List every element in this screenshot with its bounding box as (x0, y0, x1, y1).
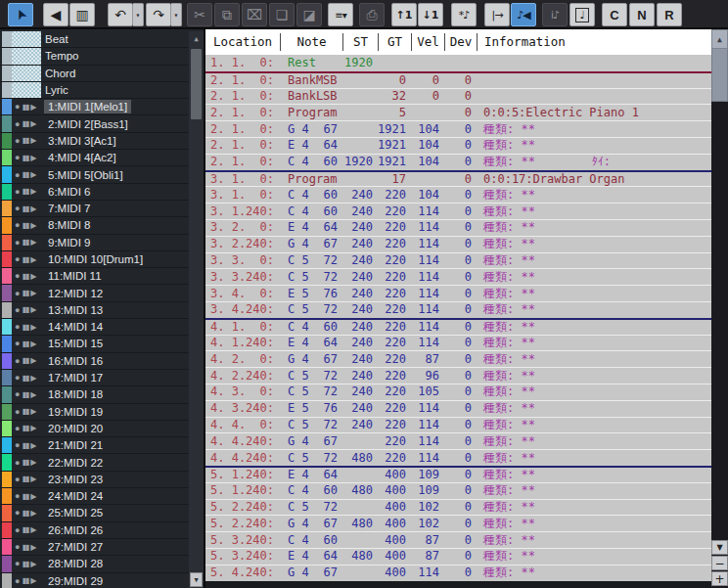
event-scroll-down-icon[interactable]: ▼ (711, 540, 728, 555)
track-row[interactable]: ●▮▮▶9:MIDI 9 (0, 235, 189, 251)
track-row[interactable]: ●▮▮▶12:MIDI 12 (0, 285, 189, 301)
play-icon[interactable]: ▶ (30, 407, 36, 416)
record-icon[interactable]: ● (15, 254, 20, 264)
filter-button[interactable]: ≡▾ (328, 3, 353, 26)
event-row[interactable]: 5. 3.240:C 460400870種類: ** (205, 531, 711, 548)
piano-select-tool-button[interactable]: ▥ (69, 3, 95, 26)
play-icon[interactable]: ▶ (30, 339, 36, 348)
play-icon[interactable]: ▶ (30, 458, 36, 467)
event-row[interactable]: 5. 1.240:C 4604804001090種類: ** (205, 482, 711, 499)
mute-icon[interactable]: ▮▮ (22, 323, 28, 332)
track-row[interactable]: ●▮▮▶19:MIDI 19 (0, 404, 189, 421)
track-state-icons[interactable]: ●▮▮▶ (12, 356, 44, 366)
event-row[interactable]: 2. 1. 0:E 46419211040種類: ** (205, 137, 711, 154)
track-row[interactable]: ●▮▮▶14:MIDI 14 (0, 319, 189, 336)
mute-icon[interactable]: ▮▮ (22, 407, 28, 416)
redo-dropdown-button[interactable]: ▾ (171, 3, 182, 26)
event-row[interactable]: 5. 3.240:E 464480400870種類: ** (205, 548, 711, 565)
track-state-icons[interactable]: ●▮▮▶ (12, 576, 44, 586)
play-icon[interactable]: ▶ (30, 187, 36, 196)
r-mode-button[interactable]: R (657, 3, 682, 26)
event-row[interactable]: 3. 2. 0:E 4642402201140種類: ** (205, 219, 711, 236)
mute-icon[interactable]: ▮▮ (22, 492, 28, 501)
play-icon[interactable]: ▶ (30, 525, 36, 534)
mute-icon[interactable]: ▮▮ (22, 119, 28, 128)
track-row[interactable]: ●▮▮▶16:MIDI 16 (0, 353, 189, 370)
audition-select-tool-button[interactable]: ◀ (43, 3, 68, 26)
track-row[interactable]: ●▮▮▶22:MIDI 22 (0, 454, 189, 471)
c-mode-button[interactable]: C (602, 3, 627, 26)
event-row[interactable]: 3. 1. 0:C 4602402201040種類: ** (205, 186, 711, 203)
play-icon[interactable]: ▶ (30, 103, 36, 112)
merge-button[interactable]: ❏ (269, 3, 295, 26)
mute-icon[interactable]: ▮▮ (22, 509, 28, 518)
octave-down-button[interactable]: ↓1 (418, 3, 443, 26)
mute-icon[interactable]: ▮▮ (22, 305, 28, 314)
event-row[interactable]: 3. 1.240:C 4602402201140種類: ** (205, 203, 711, 219)
play-icon[interactable]: ▶ (30, 356, 36, 365)
track-row[interactable]: ●▮▮▶5:MIDI 5[Obli1] (0, 166, 189, 183)
track-row[interactable]: ●▮▮▶11:MIDI 11 (0, 268, 189, 285)
event-row[interactable]: 4. 1.240:E 4642402201140種類: ** (205, 335, 711, 351)
note-box-button[interactable]: ♩ (569, 3, 595, 26)
play-icon[interactable]: ▶ (30, 492, 36, 501)
play-icon[interactable]: ▶ (30, 560, 36, 568)
track-state-icons[interactable]: ●▮▮▶ (12, 102, 44, 112)
track-state-icons[interactable]: ●▮▮▶ (12, 389, 44, 399)
special-track-row-lyric[interactable]: Lyric (0, 82, 189, 99)
event-row[interactable]: 4. 1. 0:C 4602402201140種類: ** (205, 318, 711, 335)
cut-button[interactable]: ✂ (187, 3, 212, 26)
event-row[interactable]: 3. 1. 0:Program1700:0:17:Drawbar Organ (205, 170, 711, 187)
track-row[interactable]: ●▮▮▶7:MIDI 7 (0, 201, 189, 217)
record-icon[interactable]: ● (15, 559, 20, 568)
track-row[interactable]: ●▮▮▶15:MIDI 15 (0, 336, 189, 352)
track-row[interactable]: ●▮▮▶25:MIDI 25 (0, 505, 189, 521)
play-icon[interactable]: ▶ (30, 576, 36, 585)
copy-button[interactable]: ⧉ (214, 3, 240, 26)
track-state-icons[interactable]: ●▮▮▶ (12, 491, 44, 501)
record-icon[interactable]: ● (15, 576, 20, 586)
track-state-icons[interactable]: ●▮▮▶ (12, 289, 44, 298)
zoom-out-button[interactable]: − (711, 556, 728, 570)
record-icon[interactable]: ● (15, 170, 20, 180)
play-icon[interactable]: ▶ (30, 475, 36, 483)
mute-icon[interactable]: ▮▮ (22, 187, 28, 196)
mute-icon[interactable]: ▮▮ (22, 289, 28, 297)
track-state-icons[interactable]: ●▮▮▶ (12, 542, 44, 552)
play-icon[interactable]: ▶ (30, 390, 36, 399)
event-row[interactable]: 5. 1.240:E 4644001090種類: ** (205, 466, 711, 482)
track-row[interactable]: ●▮▮▶10:MIDI 10[Drum1] (0, 251, 189, 268)
mute-icon[interactable]: ▮▮ (22, 255, 28, 264)
mute-icon[interactable]: ▮▮ (22, 103, 28, 112)
event-row[interactable]: 5. 2.240:G 4674804001020種類: ** (205, 515, 711, 531)
octave-up-button[interactable]: ↑1 (391, 3, 417, 26)
event-row[interactable]: 4. 3.240:E 5762402201140種類: ** (205, 400, 711, 417)
record-icon[interactable]: ● (15, 204, 20, 213)
track-scroll-down-icon[interactable]: ▼ (190, 572, 203, 587)
mute-icon[interactable]: ▮▮ (22, 458, 28, 467)
note-audition-button[interactable]: ♪◀ (511, 3, 536, 26)
track-row[interactable]: ●▮▮▶23:MIDI 23 (0, 472, 189, 488)
record-icon[interactable]: ● (15, 508, 20, 518)
event-scroll-thumb[interactable] (711, 49, 728, 102)
mute-icon[interactable]: ▮▮ (22, 272, 28, 281)
record-icon[interactable]: ● (15, 424, 20, 433)
undo-button[interactable]: ↶ (108, 3, 133, 26)
track-state-icons[interactable]: ●▮▮▶ (12, 407, 44, 417)
event-row[interactable]: 4. 3. 0:C 5722402201050種類: ** (205, 384, 711, 400)
record-icon[interactable]: ● (15, 322, 20, 332)
event-row[interactable]: 4. 4.240:C 5724802201140種類: ** (205, 449, 711, 466)
track-state-icons[interactable]: ●▮▮▶ (12, 475, 44, 484)
play-icon[interactable]: ▶ (30, 441, 36, 450)
event-scroll-up-icon[interactable]: ▲ (711, 29, 728, 49)
play-icon[interactable]: ▶ (30, 119, 36, 128)
record-icon[interactable]: ● (15, 271, 20, 281)
zoom-in-button[interactable]: + (711, 571, 728, 586)
track-state-icons[interactable]: ●▮▮▶ (12, 271, 44, 281)
mute-icon[interactable]: ▮▮ (22, 221, 28, 230)
record-icon[interactable]: ● (15, 440, 20, 450)
track-row[interactable]: ●▮▮▶21:MIDI 21 (0, 437, 189, 454)
mute-icon[interactable]: ▮▮ (22, 204, 28, 213)
play-icon[interactable]: ▶ (30, 323, 36, 332)
track-state-icons[interactable]: ●▮▮▶ (12, 119, 44, 129)
